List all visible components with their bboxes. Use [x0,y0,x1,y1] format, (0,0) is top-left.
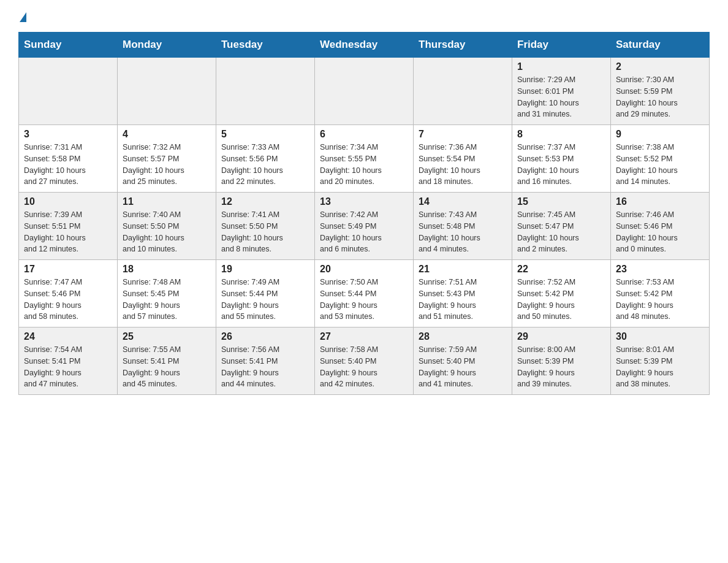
calendar-cell: 5Sunrise: 7:33 AM Sunset: 5:56 PM Daylig… [216,125,315,193]
calendar-cell: 7Sunrise: 7:36 AM Sunset: 5:54 PM Daylig… [414,125,512,193]
day-number: 30 [616,331,704,342]
calendar-week-5: 24Sunrise: 7:54 AM Sunset: 5:41 PM Dayli… [19,327,710,395]
day-number: 29 [517,331,605,342]
day-info: Sunrise: 7:58 AM Sunset: 5:40 PM Dayligh… [320,344,408,390]
day-info: Sunrise: 7:36 AM Sunset: 5:54 PM Dayligh… [419,142,507,188]
weekday-header-sunday: Sunday [19,33,118,58]
day-number: 24 [24,331,112,342]
day-number: 2 [616,61,704,72]
calendar-week-4: 17Sunrise: 7:47 AM Sunset: 5:46 PM Dayli… [19,260,710,327]
day-info: Sunrise: 7:47 AM Sunset: 5:46 PM Dayligh… [24,277,112,323]
day-info: Sunrise: 7:45 AM Sunset: 5:47 PM Dayligh… [517,209,605,255]
calendar-cell: 23Sunrise: 7:53 AM Sunset: 5:42 PM Dayli… [611,260,710,327]
calendar-cell: 9Sunrise: 7:38 AM Sunset: 5:52 PM Daylig… [611,125,710,193]
calendar-week-3: 10Sunrise: 7:39 AM Sunset: 5:51 PM Dayli… [19,193,710,260]
calendar-week-2: 3Sunrise: 7:31 AM Sunset: 5:58 PM Daylig… [19,125,710,193]
day-number: 25 [123,331,211,342]
day-number: 11 [123,196,211,207]
day-info: Sunrise: 7:59 AM Sunset: 5:40 PM Dayligh… [419,344,507,390]
weekday-header-row: SundayMondayTuesdayWednesdayThursdayFrid… [19,33,710,58]
day-number: 9 [616,129,704,140]
day-number: 18 [123,264,211,275]
day-info: Sunrise: 7:53 AM Sunset: 5:42 PM Dayligh… [616,277,704,323]
calendar-cell: 4Sunrise: 7:32 AM Sunset: 5:57 PM Daylig… [118,125,216,193]
day-info: Sunrise: 7:39 AM Sunset: 5:51 PM Dayligh… [24,209,112,255]
day-number: 3 [24,129,112,140]
calendar-cell: 16Sunrise: 7:46 AM Sunset: 5:46 PM Dayli… [611,193,710,260]
calendar-cell: 11Sunrise: 7:40 AM Sunset: 5:50 PM Dayli… [118,193,216,260]
calendar-cell: 14Sunrise: 7:43 AM Sunset: 5:48 PM Dayli… [414,193,512,260]
day-number: 6 [320,129,408,140]
weekday-header-saturday: Saturday [611,33,710,58]
day-number: 5 [221,129,309,140]
day-number: 14 [419,196,507,207]
day-info: Sunrise: 7:48 AM Sunset: 5:45 PM Dayligh… [123,277,211,323]
calendar-cell: 6Sunrise: 7:34 AM Sunset: 5:55 PM Daylig… [315,125,414,193]
day-info: Sunrise: 8:01 AM Sunset: 5:39 PM Dayligh… [616,344,704,390]
calendar-cell: 26Sunrise: 7:56 AM Sunset: 5:41 PM Dayli… [216,327,315,395]
calendar-cell: 30Sunrise: 8:01 AM Sunset: 5:39 PM Dayli… [611,327,710,395]
day-number: 28 [419,331,507,342]
calendar-week-1: 1Sunrise: 7:29 AM Sunset: 6:01 PM Daylig… [19,58,710,125]
day-number: 15 [517,196,605,207]
day-info: Sunrise: 7:43 AM Sunset: 5:48 PM Dayligh… [419,209,507,255]
day-number: 21 [419,264,507,275]
logo [18,12,26,21]
calendar-cell: 1Sunrise: 7:29 AM Sunset: 6:01 PM Daylig… [512,58,611,125]
calendar-cell: 25Sunrise: 7:55 AM Sunset: 5:41 PM Dayli… [118,327,216,395]
day-number: 8 [517,129,605,140]
day-number: 1 [517,61,605,72]
calendar-cell: 10Sunrise: 7:39 AM Sunset: 5:51 PM Dayli… [19,193,118,260]
day-number: 23 [616,264,704,275]
day-number: 13 [320,196,408,207]
day-number: 4 [123,129,211,140]
calendar-cell: 3Sunrise: 7:31 AM Sunset: 5:58 PM Daylig… [19,125,118,193]
calendar-cell: 8Sunrise: 7:37 AM Sunset: 5:53 PM Daylig… [512,125,611,193]
calendar-cell: 27Sunrise: 7:58 AM Sunset: 5:40 PM Dayli… [315,327,414,395]
day-info: Sunrise: 7:55 AM Sunset: 5:41 PM Dayligh… [123,344,211,390]
weekday-header-monday: Monday [118,33,216,58]
day-info: Sunrise: 7:34 AM Sunset: 5:55 PM Dayligh… [320,142,408,188]
day-info: Sunrise: 7:49 AM Sunset: 5:44 PM Dayligh… [221,277,309,323]
calendar-cell: 22Sunrise: 7:52 AM Sunset: 5:42 PM Dayli… [512,260,611,327]
day-number: 19 [221,264,309,275]
day-number: 12 [221,196,309,207]
day-info: Sunrise: 7:40 AM Sunset: 5:50 PM Dayligh… [123,209,211,255]
day-number: 22 [517,264,605,275]
weekday-header-thursday: Thursday [414,33,512,58]
day-info: Sunrise: 7:31 AM Sunset: 5:58 PM Dayligh… [24,142,112,188]
day-info: Sunrise: 7:29 AM Sunset: 6:01 PM Dayligh… [517,74,605,120]
day-info: Sunrise: 7:38 AM Sunset: 5:52 PM Dayligh… [616,142,704,188]
day-info: Sunrise: 7:56 AM Sunset: 5:41 PM Dayligh… [221,344,309,390]
day-number: 26 [221,331,309,342]
day-info: Sunrise: 7:52 AM Sunset: 5:42 PM Dayligh… [517,277,605,323]
calendar: SundayMondayTuesdayWednesdayThursdayFrid… [18,32,710,395]
calendar-cell [216,58,315,125]
day-number: 27 [320,331,408,342]
day-info: Sunrise: 7:32 AM Sunset: 5:57 PM Dayligh… [123,142,211,188]
weekday-header-tuesday: Tuesday [216,33,315,58]
calendar-cell: 18Sunrise: 7:48 AM Sunset: 5:45 PM Dayli… [118,260,216,327]
calendar-cell: 12Sunrise: 7:41 AM Sunset: 5:50 PM Dayli… [216,193,315,260]
day-info: Sunrise: 7:51 AM Sunset: 5:43 PM Dayligh… [419,277,507,323]
day-number: 17 [24,264,112,275]
day-info: Sunrise: 7:30 AM Sunset: 5:59 PM Dayligh… [616,74,704,120]
calendar-cell [315,58,414,125]
calendar-cell: 28Sunrise: 7:59 AM Sunset: 5:40 PM Dayli… [414,327,512,395]
calendar-cell: 21Sunrise: 7:51 AM Sunset: 5:43 PM Dayli… [414,260,512,327]
day-number: 10 [24,196,112,207]
weekday-header-friday: Friday [512,33,611,58]
calendar-cell [414,58,512,125]
day-info: Sunrise: 7:46 AM Sunset: 5:46 PM Dayligh… [616,209,704,255]
calendar-cell [19,58,118,125]
day-info: Sunrise: 7:54 AM Sunset: 5:41 PM Dayligh… [24,344,112,390]
calendar-cell: 20Sunrise: 7:50 AM Sunset: 5:44 PM Dayli… [315,260,414,327]
day-number: 7 [419,129,507,140]
day-info: Sunrise: 7:41 AM Sunset: 5:50 PM Dayligh… [221,209,309,255]
day-info: Sunrise: 7:42 AM Sunset: 5:49 PM Dayligh… [320,209,408,255]
calendar-cell: 13Sunrise: 7:42 AM Sunset: 5:49 PM Dayli… [315,193,414,260]
day-number: 20 [320,264,408,275]
calendar-cell: 24Sunrise: 7:54 AM Sunset: 5:41 PM Dayli… [19,327,118,395]
day-number: 16 [616,196,704,207]
calendar-cell: 29Sunrise: 8:00 AM Sunset: 5:39 PM Dayli… [512,327,611,395]
